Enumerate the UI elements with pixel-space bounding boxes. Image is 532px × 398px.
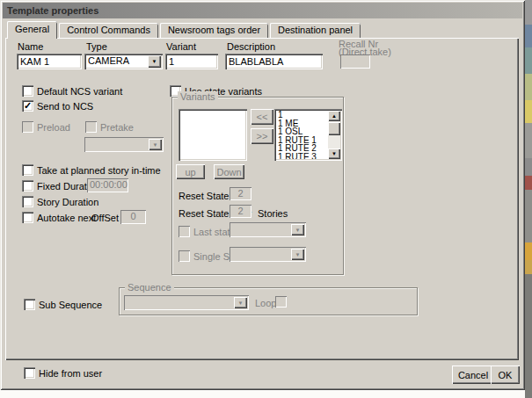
description-input[interactable] bbox=[225, 54, 323, 69]
last-state-checkbox bbox=[179, 226, 190, 237]
tab-control-commands[interactable]: Control Commands bbox=[59, 23, 158, 38]
preload-checkbox bbox=[22, 121, 33, 133]
reset-state-label: Reset State bbox=[179, 191, 229, 201]
send-to-ncs-checkbox[interactable]: ✓ bbox=[22, 100, 33, 112]
variant-label: Variant bbox=[166, 41, 196, 52]
ok-button[interactable]: OK bbox=[491, 365, 520, 384]
hide-from-user-checkbox[interactable] bbox=[24, 367, 35, 379]
dropdown-arrow-icon: ▼ bbox=[291, 224, 304, 235]
reset-state-field: 2 bbox=[230, 187, 251, 200]
variants-group-title: Variants bbox=[178, 91, 218, 102]
cancel-button[interactable]: Cancel bbox=[452, 365, 494, 384]
tab-bar: General Control Commands Newsroom tags o… bbox=[7, 21, 362, 39]
down-button[interactable]: Down bbox=[214, 164, 244, 179]
scroll-down-icon[interactable]: ▼ bbox=[328, 148, 340, 159]
offset-label: OffSet bbox=[91, 213, 119, 223]
scrollbar-thumb[interactable] bbox=[328, 122, 340, 135]
last-state-combobox: ▼ bbox=[230, 222, 306, 237]
reset-state-after-field: 2 bbox=[230, 205, 251, 218]
single-state-checkbox bbox=[179, 250, 190, 262]
stories-label: Stories bbox=[258, 208, 288, 219]
name-input[interactable] bbox=[17, 54, 82, 69]
loop-label: Loop bbox=[255, 298, 276, 308]
sub-sequence-label: Sub Sequence bbox=[39, 300, 102, 310]
story-duration-label: Story Duration bbox=[37, 197, 98, 207]
list-item[interactable]: 1 RUTE 3 bbox=[276, 153, 327, 160]
hide-from-user-label: Hide from user bbox=[39, 368, 102, 379]
recall-nr-field bbox=[340, 54, 370, 69]
dropdown-arrow-icon[interactable]: ▼ bbox=[148, 55, 161, 68]
scrollbar[interactable]: ▲ ▼ bbox=[328, 111, 340, 159]
story-duration-checkbox[interactable] bbox=[22, 196, 33, 207]
variants-selected-listbox[interactable] bbox=[179, 109, 247, 161]
tab-general[interactable]: General bbox=[7, 21, 57, 39]
variants-available-listbox[interactable]: 1 1 ME 1 OSL 1 RUTE 1 1 RUTE 2 1 RUTE 3 … bbox=[274, 109, 342, 161]
titlebar[interactable]: Template properties bbox=[3, 3, 522, 18]
take-at-planned-label: Take at planned story in-time bbox=[37, 165, 161, 176]
sub-sequence-checkbox[interactable] bbox=[24, 299, 35, 310]
pretake-checkbox bbox=[85, 121, 97, 133]
move-right-button[interactable]: >> bbox=[251, 128, 273, 144]
scroll-up-icon[interactable]: ▲ bbox=[328, 111, 340, 121]
fixed-duration-field: 00:00:00 bbox=[87, 178, 128, 192]
variant-input[interactable] bbox=[165, 54, 218, 69]
send-to-ncs-label: Send to NCS bbox=[37, 101, 93, 112]
fixed-duration-checkbox[interactable] bbox=[22, 180, 33, 192]
type-combobox[interactable]: CAMERA ▼ bbox=[84, 54, 163, 69]
move-left-button[interactable]: << bbox=[251, 109, 273, 125]
dropdown-arrow-icon: ▼ bbox=[291, 249, 304, 260]
autotake-next-label: Autotake next bbox=[37, 213, 96, 223]
default-ncs-variant-label: Default NCS variant bbox=[37, 86, 122, 97]
background-document-strip bbox=[0, 390, 525, 398]
type-combobox-value: CAMERA bbox=[88, 55, 129, 66]
dropdown-arrow-icon: ▼ bbox=[149, 139, 162, 150]
autotake-next-checkbox[interactable] bbox=[22, 212, 33, 223]
loop-checkbox bbox=[275, 296, 287, 308]
tab-newsroom-tags-order[interactable]: Newsroom tags order bbox=[160, 23, 268, 38]
background-window-strip bbox=[525, 0, 532, 398]
sequence-combobox: ▼ bbox=[124, 295, 249, 310]
variants-list: 1 1 ME 1 OSL 1 RUTE 1 1 RUTE 2 1 RUTE 3 bbox=[276, 111, 327, 159]
name-label: Name bbox=[18, 41, 43, 52]
up-button[interactable]: up bbox=[176, 164, 205, 179]
type-label: Type bbox=[86, 41, 107, 52]
tab-destination-panel[interactable]: Destination panel bbox=[270, 23, 361, 38]
pretake-combobox: ▼ bbox=[84, 137, 164, 152]
preload-label: Preload bbox=[37, 122, 70, 133]
dropdown-arrow-icon: ▼ bbox=[234, 297, 247, 308]
check-icon: ✓ bbox=[24, 100, 32, 112]
template-properties-dialog: Template properties General Control Comm… bbox=[0, 0, 525, 390]
offset-field: 0 bbox=[120, 210, 146, 224]
sequence-group-title: Sequence bbox=[125, 282, 174, 293]
single-state-combobox: ▼ bbox=[230, 247, 306, 262]
description-label: Description bbox=[227, 41, 275, 52]
screenshot-stage: Template properties General Control Comm… bbox=[0, 0, 532, 398]
take-at-planned-checkbox[interactable] bbox=[22, 164, 33, 176]
window-title: Template properties bbox=[7, 5, 98, 16]
pretake-label: Pretake bbox=[100, 122, 134, 133]
default-ncs-variant-checkbox[interactable] bbox=[22, 85, 33, 97]
